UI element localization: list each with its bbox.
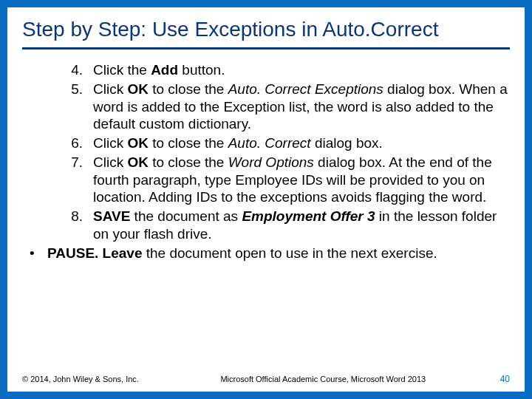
bullet-item: • PAUSE. Leave the document open to use … bbox=[22, 245, 510, 262]
bullet-text: PAUSE. Leave the document open to use in… bbox=[47, 245, 510, 262]
item-number: 8. bbox=[68, 208, 93, 243]
item-number: 5. bbox=[68, 81, 93, 133]
item-text: Click OK to close the Auto. Correct dial… bbox=[93, 134, 510, 152]
item-number: 7. bbox=[68, 154, 93, 206]
footer: © 2014, John Wiley & Sons, Inc. Microsof… bbox=[22, 374, 510, 384]
slide-body: 4. Click the Add button. 5. Click OK to … bbox=[22, 61, 510, 262]
numbered-list: 4. Click the Add button. 5. Click OK to … bbox=[22, 61, 510, 243]
item-text: Click OK to close the Word Options dialo… bbox=[93, 154, 510, 206]
item-number: 6. bbox=[68, 134, 93, 152]
footer-page-number: 40 bbox=[500, 374, 510, 384]
list-item: 7. Click OK to close the Word Options di… bbox=[68, 154, 510, 206]
list-item: 5. Click OK to close the Auto. Correct E… bbox=[68, 81, 510, 133]
item-number: 4. bbox=[68, 61, 93, 79]
footer-copyright: © 2014, John Wiley & Sons, Inc. bbox=[22, 375, 139, 383]
item-text: SAVE the document as Employment Offer 3 … bbox=[93, 208, 510, 243]
slide: Step by Step: Use Exceptions in Auto.Cor… bbox=[0, 0, 532, 399]
list-item: 4. Click the Add button. bbox=[68, 61, 510, 79]
bullet-mark: • bbox=[30, 245, 47, 262]
footer-course: Microsoft Official Academic Course, Micr… bbox=[139, 375, 500, 383]
item-text: Click the Add button. bbox=[93, 61, 510, 79]
list-item: 8. SAVE the document as Employment Offer… bbox=[68, 208, 510, 243]
list-item: 6. Click OK to close the Auto. Correct d… bbox=[68, 134, 510, 152]
item-text: Click OK to close the Auto. Correct Exce… bbox=[93, 81, 510, 133]
slide-title: Step by Step: Use Exceptions in Auto.Cor… bbox=[22, 18, 510, 50]
